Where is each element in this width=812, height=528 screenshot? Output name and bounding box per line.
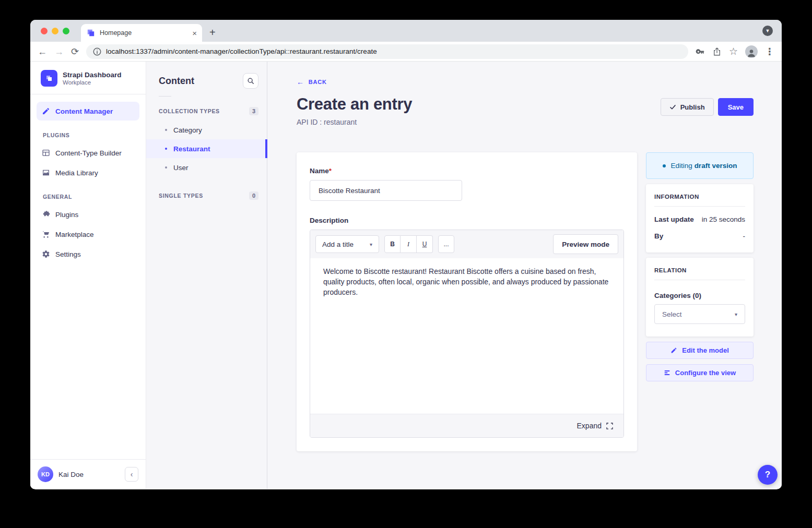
back-label: BACK (309, 79, 327, 85)
back-arrow-icon: ← (297, 78, 304, 86)
sidebar-item-settings[interactable]: Settings (37, 245, 139, 263)
bookmark-star-icon[interactable]: ☆ (729, 46, 738, 56)
categories-select-placeholder: Select (662, 310, 682, 318)
bullet-icon (165, 166, 167, 169)
forward-icon: → (54, 47, 64, 56)
sidebar-item-label: Content Manager (55, 107, 113, 115)
window-minimize-button[interactable] (52, 28, 58, 34)
share-icon[interactable] (712, 47, 722, 56)
sidebar-item-label: Marketplace (55, 231, 94, 238)
description-text: Welcome to Biscotte restaurant! Restaura… (323, 266, 610, 297)
subnav-item-restaurant[interactable]: Restaurant (146, 139, 267, 158)
entry-side-panel: Editing draft version INFORMATION Last u… (646, 152, 754, 381)
active-indicator (265, 139, 267, 158)
check-icon (669, 104, 676, 111)
layout-icon (42, 149, 50, 157)
window-close-button[interactable] (41, 28, 48, 34)
relation-card: RELATION Categories (0) Select ▾ (646, 258, 754, 337)
collection-types-header: COLLECTION TYPES (159, 108, 220, 114)
title-style-select[interactable]: Add a title ▾ (315, 235, 379, 253)
divider (159, 96, 171, 97)
more-formatting-button[interactable]: ... (438, 235, 454, 253)
edit-model-button[interactable]: Edit the model (646, 342, 754, 359)
user-avatar[interactable]: KD (38, 466, 53, 482)
workspace-subtitle: Workplace (63, 79, 122, 86)
publish-button[interactable]: Publish (661, 98, 714, 116)
draft-status-banner: Editing draft version (646, 152, 754, 179)
description-textarea[interactable]: Welcome to Biscotte restaurant! Restaura… (310, 258, 623, 414)
underline-button[interactable]: U (417, 235, 433, 253)
sidebar-item-plugins[interactable]: Plugins (37, 205, 139, 224)
italic-button[interactable]: I (401, 235, 417, 253)
save-button[interactable]: Save (718, 98, 754, 116)
categories-select[interactable]: Select ▾ (654, 304, 745, 324)
name-input[interactable] (310, 180, 462, 201)
sidebar-item-content-manager[interactable]: Content Manager (37, 102, 139, 121)
search-icon (247, 77, 254, 85)
back-icon[interactable]: ← (38, 47, 47, 56)
sidebar-section-general: GENERAL (43, 194, 139, 200)
help-button[interactable]: ? (758, 465, 778, 485)
tab-title: Homepage (100, 29, 188, 37)
subnav-item-label: Restaurant (173, 145, 210, 153)
sidebar-collapse-button[interactable]: ‹ (125, 467, 138, 482)
pen-icon (42, 107, 50, 115)
rich-text-editor: Add a title ▾ B I U ... Prev (310, 230, 624, 438)
url-text: localhost:1337/admin/content-manager/col… (106, 47, 377, 55)
strapi-app: Strapi Dashboard Workplace Content Manag… (30, 62, 782, 489)
sidebar-item-label: Content-Type Builder (55, 149, 122, 157)
subnav-item-category[interactable]: Category (146, 121, 267, 139)
bullet-icon (165, 129, 167, 131)
workspace-brand[interactable]: Strapi Dashboard Workplace (30, 62, 146, 94)
password-key-icon[interactable] (696, 47, 705, 56)
workspace-title: Strapi Dashboard (63, 71, 122, 80)
subnav-title: Content (159, 76, 194, 87)
site-info-icon[interactable] (92, 47, 102, 56)
chevron-down-icon: ▾ (735, 311, 737, 317)
new-tab-button[interactable]: + (209, 27, 216, 39)
back-link[interactable]: ← BACK (297, 78, 327, 86)
browser-tab[interactable]: Homepage × (81, 24, 202, 42)
publish-label: Publish (680, 103, 705, 111)
sidebar-footer: KD Kai Doe ‹ (30, 459, 146, 489)
preview-mode-button[interactable]: Preview mode (553, 234, 618, 254)
configure-view-button[interactable]: Configure the view (646, 364, 754, 381)
main-sidebar: Strapi Dashboard Workplace Content Manag… (30, 62, 146, 489)
by-row: By - (654, 232, 745, 240)
by-value: - (743, 232, 746, 240)
gear-icon (42, 250, 50, 258)
description-field: Description Add a title ▾ B I U (310, 215, 624, 438)
categories-label: Categories (0) (654, 292, 745, 299)
cart-icon (42, 230, 50, 238)
edit-model-label: Edit the model (682, 346, 729, 354)
page-heading: Create an entry API ID : restaurant (297, 95, 412, 126)
sidebar-item-media-library[interactable]: Media Library (37, 163, 139, 182)
tab-close-icon[interactable]: × (192, 29, 197, 37)
description-label: Description (310, 217, 348, 224)
browser-menu-icon[interactable]: ⋮ (765, 47, 774, 56)
reload-icon[interactable]: ⟳ (71, 47, 79, 56)
search-button[interactable] (243, 73, 258, 89)
sidebar-section-plugins: PLUGINS (43, 132, 139, 138)
collection-types-count-badge: 3 (249, 107, 258, 115)
sidebar-item-content-type-builder[interactable]: Content-Type Builder (37, 143, 139, 162)
puzzle-icon (42, 210, 50, 219)
bold-button[interactable]: B (384, 235, 401, 253)
browser-window: Homepage × + ▼ ← → ⟳ localhost:1337/admi… (30, 20, 782, 489)
profile-avatar-icon[interactable] (745, 45, 758, 58)
window-controls (41, 28, 69, 34)
sidebar-item-label: Plugins (55, 211, 78, 219)
subnav-item-label: User (173, 164, 189, 172)
sidebar-item-marketplace[interactable]: Marketplace (37, 225, 139, 244)
subnav-item-user[interactable]: User (146, 158, 267, 177)
configure-view-label: Configure the view (675, 369, 736, 377)
expand-icon[interactable] (606, 423, 613, 429)
content-subnav: Content COLLECTION TYPES 3 Category Rest… (146, 62, 267, 489)
browser-tab-strip: Homepage × + ▼ (30, 20, 782, 42)
entry-form-card: Name* Description Add a title ▾ (297, 152, 637, 451)
page-title: Create an entry (297, 95, 412, 114)
window-zoom-button[interactable] (63, 28, 69, 34)
name-field: Name* (310, 166, 624, 201)
address-bar[interactable]: localhost:1337/admin/content-manager/col… (86, 44, 688, 59)
tabstrip-chevron-icon[interactable]: ▼ (762, 26, 773, 36)
